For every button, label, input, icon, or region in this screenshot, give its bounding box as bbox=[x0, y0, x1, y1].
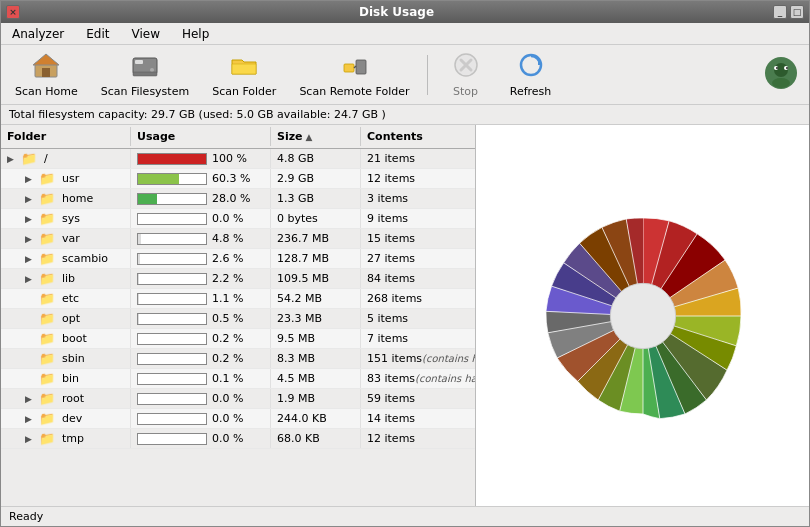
contents-cell: 83 items (contains hardl bbox=[361, 369, 475, 388]
scan-filesystem-button[interactable]: Scan Filesystem bbox=[92, 49, 198, 101]
expand-arrow-icon[interactable]: ▶ bbox=[25, 234, 35, 244]
folder-icon: 📁 bbox=[39, 211, 55, 226]
folder-name: opt bbox=[62, 312, 80, 325]
sunburst-chart bbox=[503, 166, 783, 466]
scan-remote-folder-button[interactable]: Scan Remote Folder bbox=[290, 49, 418, 101]
refresh-label: Refresh bbox=[510, 85, 552, 98]
window-controls: _ □ bbox=[773, 5, 804, 19]
refresh-button[interactable]: Refresh bbox=[501, 49, 561, 101]
usage-bar-inner bbox=[138, 294, 139, 304]
expand-arrow-icon[interactable]: ▶ bbox=[25, 174, 35, 184]
size-cell: 54.2 MB bbox=[271, 289, 361, 308]
table-row[interactable]: ▶📁var4.8 %236.7 MB15 items bbox=[1, 229, 475, 249]
table-row[interactable]: ▶📁home28.0 %1.3 GB3 items bbox=[1, 189, 475, 209]
contents-cell: 84 items bbox=[361, 269, 475, 288]
table-row[interactable]: ▶📁sys0.0 %0 bytes9 items bbox=[1, 209, 475, 229]
menu-edit[interactable]: Edit bbox=[80, 25, 115, 43]
table-row[interactable]: 📁bin0.1 %4.5 MB83 items (contains hardl bbox=[1, 369, 475, 389]
minimize-button[interactable]: _ bbox=[773, 5, 787, 19]
expand-arrow-icon[interactable]: ▶ bbox=[25, 274, 35, 284]
table-row[interactable]: ▶📁usr60.3 %2.9 GB12 items bbox=[1, 169, 475, 189]
expand-arrow-icon[interactable]: ▶ bbox=[25, 214, 35, 224]
usage-bar-inner bbox=[138, 174, 179, 184]
folder-icon: 📁 bbox=[39, 171, 55, 186]
usage-percentage: 0.5 % bbox=[212, 312, 243, 325]
table-row[interactable]: 📁opt0.5 %23.3 MB5 items bbox=[1, 309, 475, 329]
size-cell: 1.3 GB bbox=[271, 189, 361, 208]
folder-name: bin bbox=[62, 372, 79, 385]
close-button[interactable]: × bbox=[6, 5, 20, 19]
scan-folder-button[interactable]: Scan Folder bbox=[203, 49, 285, 101]
header-contents[interactable]: Contents bbox=[361, 127, 475, 146]
usage-cell: 0.2 % bbox=[131, 329, 271, 348]
stop-button[interactable]: Stop bbox=[436, 49, 496, 101]
usage-bar-outer bbox=[137, 193, 207, 205]
expand-arrow-icon[interactable]: ▶ bbox=[7, 154, 17, 164]
gnome-logo bbox=[763, 55, 799, 94]
header-size[interactable]: Size ▲ bbox=[271, 127, 361, 146]
table-row[interactable]: ▶📁/100 %4.8 GB21 items bbox=[1, 149, 475, 169]
menu-view[interactable]: View bbox=[125, 25, 165, 43]
size-cell: 128.7 MB bbox=[271, 249, 361, 268]
contents-cell: 9 items bbox=[361, 209, 475, 228]
usage-percentage: 28.0 % bbox=[212, 192, 250, 205]
usage-percentage: 60.3 % bbox=[212, 172, 250, 185]
folder-cell: ▶📁root bbox=[1, 389, 131, 408]
contents-cell: 14 items bbox=[361, 409, 475, 428]
usage-percentage: 2.6 % bbox=[212, 252, 243, 265]
usage-bar-container: 28.0 % bbox=[137, 192, 264, 205]
svg-rect-6 bbox=[133, 72, 157, 76]
usage-bar-outer bbox=[137, 173, 207, 185]
usage-bar-outer bbox=[137, 253, 207, 265]
table-row[interactable]: ▶📁scambio2.6 %128.7 MB27 items bbox=[1, 249, 475, 269]
table-row[interactable]: 📁sbin0.2 %8.3 MB151 items (contains hard… bbox=[1, 349, 475, 369]
scan-home-button[interactable]: Scan Home bbox=[6, 49, 87, 101]
size-cell: 9.5 MB bbox=[271, 329, 361, 348]
hardlink-note: (contains hardl bbox=[422, 353, 475, 364]
svg-point-21 bbox=[786, 67, 788, 69]
usage-cell: 28.0 % bbox=[131, 189, 271, 208]
toolbar-separator-1 bbox=[427, 55, 428, 95]
usage-cell: 1.1 % bbox=[131, 289, 271, 308]
contents-cell: 21 items bbox=[361, 149, 475, 168]
usage-bar-container: 60.3 % bbox=[137, 172, 264, 185]
expand-arrow-icon[interactable]: ▶ bbox=[25, 434, 35, 444]
folder-cell: 📁opt bbox=[1, 309, 131, 328]
expand-arrow-icon[interactable]: ▶ bbox=[25, 194, 35, 204]
maximize-button[interactable]: □ bbox=[790, 5, 804, 19]
expand-arrow-icon[interactable]: ▶ bbox=[25, 414, 35, 424]
folder-cell: ▶📁home bbox=[1, 189, 131, 208]
sort-arrow-icon: ▲ bbox=[306, 132, 313, 142]
table-row[interactable]: ▶📁lib2.2 %109.5 MB84 items bbox=[1, 269, 475, 289]
usage-bar-outer bbox=[137, 393, 207, 405]
folder-icon: 📁 bbox=[39, 371, 55, 386]
scan-filesystem-label: Scan Filesystem bbox=[101, 85, 189, 98]
folder-cell: 📁etc bbox=[1, 289, 131, 308]
expand-arrow-icon[interactable]: ▶ bbox=[25, 254, 35, 264]
scan-remote-folder-icon bbox=[340, 52, 368, 82]
size-cell: 23.3 MB bbox=[271, 309, 361, 328]
scan-folder-label: Scan Folder bbox=[212, 85, 276, 98]
contents-cell: 268 items bbox=[361, 289, 475, 308]
usage-percentage: 0.2 % bbox=[212, 352, 243, 365]
usage-bar-container: 2.6 % bbox=[137, 252, 264, 265]
sunburst-chart-panel bbox=[476, 125, 809, 506]
contents-cell: 3 items bbox=[361, 189, 475, 208]
menu-analyzer[interactable]: Analyzer bbox=[6, 25, 70, 43]
expand-arrow-icon[interactable]: ▶ bbox=[25, 394, 35, 404]
usage-bar-container: 0.2 % bbox=[137, 352, 264, 365]
size-cell: 109.5 MB bbox=[271, 269, 361, 288]
menu-help[interactable]: Help bbox=[176, 25, 215, 43]
header-folder[interactable]: Folder bbox=[1, 127, 131, 146]
table-row[interactable]: 📁etc1.1 %54.2 MB268 items bbox=[1, 289, 475, 309]
table-row[interactable]: ▶📁root0.0 %1.9 MB59 items bbox=[1, 389, 475, 409]
header-usage[interactable]: Usage bbox=[131, 127, 271, 146]
folder-icon: 📁 bbox=[39, 271, 55, 286]
size-cell: 8.3 MB bbox=[271, 349, 361, 368]
table-row[interactable]: ▶📁dev0.0 %244.0 KB14 items bbox=[1, 409, 475, 429]
table-row[interactable]: 📁boot0.2 %9.5 MB7 items bbox=[1, 329, 475, 349]
folder-icon: 📁 bbox=[39, 411, 55, 426]
size-cell: 244.0 KB bbox=[271, 409, 361, 428]
table-row[interactable]: ▶📁tmp0.0 %68.0 KB12 items bbox=[1, 429, 475, 449]
usage-bar-outer bbox=[137, 233, 207, 245]
